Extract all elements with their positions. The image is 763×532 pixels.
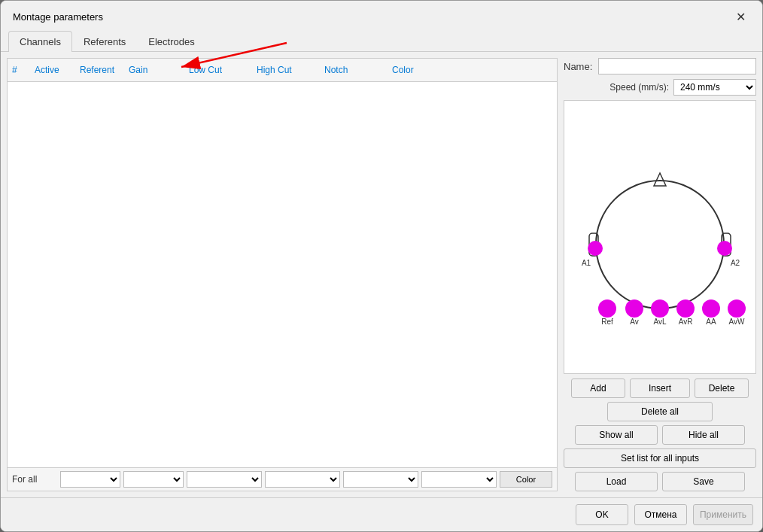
table-body [8, 82, 557, 467]
main-content: # Active Referent Gain Low Cut High Cut … [1, 52, 762, 497]
name-input[interactable] [598, 58, 756, 74]
apply-button[interactable]: Применить [693, 504, 753, 525]
for-all-bar: For all Color [8, 467, 557, 491]
title-bar: Montage parameters ✕ [1, 1, 762, 30]
svg-point-12 [625, 299, 643, 318]
col-active: Active [30, 62, 75, 78]
svg-text:A2: A2 [731, 259, 740, 267]
add-button[interactable]: Add [571, 378, 625, 398]
tab-referents[interactable]: Referents [72, 31, 137, 52]
name-label: Name: [564, 61, 594, 72]
for-all-select-6[interactable] [421, 471, 497, 488]
col-hash: # [8, 62, 30, 78]
delete-button[interactable]: Delete [695, 378, 749, 398]
svg-point-14 [651, 299, 669, 318]
head-diagram: A1 A2 Ref Av AvL AvR AA AvW [564, 100, 756, 374]
btn-row-delete-all: Delete all [564, 402, 756, 421]
svg-text:AvR: AvR [679, 318, 693, 326]
table-header: # Active Referent Gain Low Cut High Cut … [8, 59, 557, 82]
btn-row-1: Add Insert Delete [564, 378, 756, 398]
for-all-color-button[interactable]: Color [500, 471, 552, 488]
bottom-bar: OK Отмена Применить [1, 497, 762, 531]
speed-row: Speed (mm/s): 60 mm/s 120 mm/s 240 mm/s … [564, 79, 756, 96]
tab-electrodes[interactable]: Electrodes [137, 31, 205, 52]
col-lowcut: Low Cut [184, 62, 252, 78]
svg-text:Av: Av [630, 318, 639, 326]
svg-text:AvL: AvL [653, 318, 666, 326]
svg-text:AvW: AvW [729, 318, 745, 326]
svg-text:A1: A1 [582, 259, 591, 267]
svg-text:AA: AA [706, 318, 716, 326]
svg-marker-3 [654, 173, 666, 186]
svg-text:Ref: Ref [601, 318, 613, 326]
close-button[interactable]: ✕ [731, 8, 750, 26]
svg-point-2 [596, 181, 724, 309]
speed-select[interactable]: 60 mm/s 120 mm/s 240 mm/s 480 mm/s [673, 79, 756, 96]
ok-button[interactable]: OK [576, 504, 628, 525]
svg-point-16 [676, 299, 695, 318]
for-all-select-3[interactable] [187, 471, 262, 488]
btn-row-show-hide: Show all Hide all [564, 425, 756, 445]
main-window: Montage parameters ✕ Channels Referents … [0, 0, 763, 532]
delete-all-button[interactable]: Delete all [607, 402, 713, 421]
action-buttons: Add Insert Delete Delete all Show all Hi… [564, 378, 756, 491]
load-button[interactable]: Load [575, 472, 658, 491]
hide-all-button[interactable]: Hide all [662, 425, 745, 445]
for-all-label: For all [12, 474, 57, 485]
for-all-select-2[interactable] [123, 471, 184, 488]
set-list-button[interactable]: Set list for all inputs [564, 448, 756, 468]
col-notch: Notch [320, 62, 388, 78]
col-highcut: High Cut [252, 62, 320, 78]
for-all-select-1[interactable] [60, 471, 120, 488]
svg-point-6 [588, 241, 603, 256]
window-title: Montage parameters [13, 11, 103, 23]
for-all-select-5[interactable] [343, 471, 418, 488]
col-gain: Gain [124, 62, 184, 78]
col-referent: Referent [75, 62, 124, 78]
show-all-button[interactable]: Show all [575, 425, 658, 445]
name-row: Name: [564, 58, 756, 74]
btn-row-load-save: Load Save [564, 472, 756, 491]
btn-row-set-list: Set list for all inputs [564, 448, 756, 468]
svg-point-20 [728, 299, 746, 318]
insert-button[interactable]: Insert [630, 378, 690, 398]
save-button[interactable]: Save [662, 472, 745, 491]
for-all-select-4[interactable] [265, 471, 340, 488]
tab-channels[interactable]: Channels [8, 31, 72, 52]
right-panel: Name: Speed (mm/s): 60 mm/s 120 mm/s 240… [564, 58, 756, 491]
svg-point-8 [717, 241, 732, 256]
cancel-button[interactable]: Отмена [634, 504, 687, 525]
tab-bar: Channels Referents Electrodes [1, 30, 762, 52]
col-color: Color [388, 62, 440, 78]
speed-label: Speed (mm/s): [609, 82, 669, 93]
channel-table-panel: # Active Referent Gain Low Cut High Cut … [7, 58, 558, 491]
svg-point-10 [598, 299, 616, 318]
head-svg: A1 A2 Ref Av AvL AvR AA AvW [570, 132, 750, 342]
svg-point-18 [702, 299, 720, 318]
